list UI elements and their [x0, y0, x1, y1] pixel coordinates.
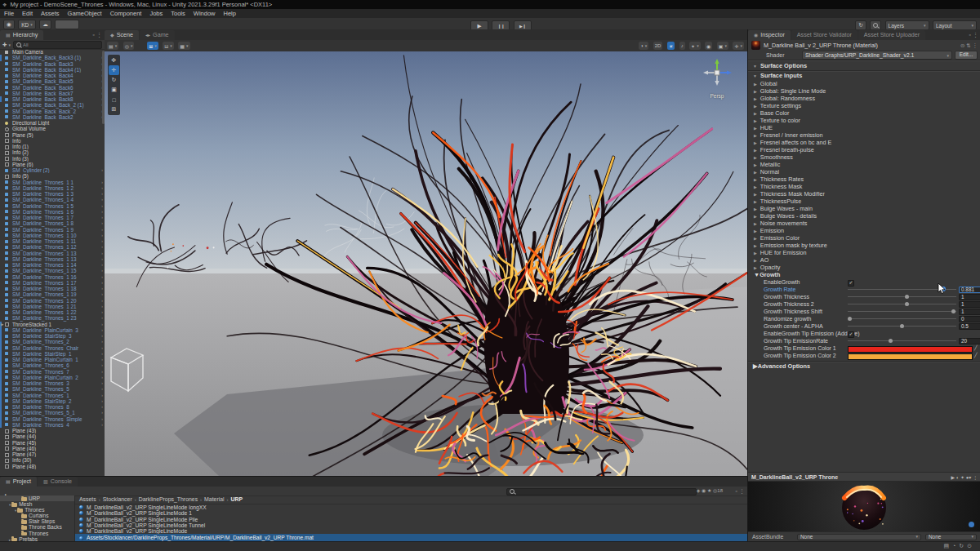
hierarchy-item-plane-5[interactable]: Plane (5) — [0, 132, 105, 138]
growth-rate-value-field[interactable]: 0.881 — [959, 287, 980, 293]
hierarchy-item-sm-darkline-back-back3-1[interactable]: SM_Darkline_Back_Back3 (1)› — [0, 55, 105, 60]
foldout-global-randomness[interactable]: ▶Global: Randomness — [748, 95, 980, 102]
foldout-texture-to-color[interactable]: ▶Texture to color — [748, 117, 980, 124]
menu-file[interactable]: File — [0, 9, 18, 18]
prefab-open-arrow-icon[interactable]: › — [101, 238, 103, 244]
assetbundle-dropdown[interactable]: None — [797, 534, 921, 540]
hierarchy-item-plane-47[interactable]: Plane (47) — [0, 451, 105, 457]
hierarchy-item-plane-44[interactable]: Plane (44) — [0, 433, 105, 439]
tab-hierarchy[interactable]: Hierarchy — [0, 30, 43, 40]
account-button[interactable] — [3, 20, 15, 29]
2d-toggle-button[interactable]: 2D — [653, 42, 663, 50]
assetbundle-variant-dropdown[interactable]: None — [925, 534, 977, 540]
prefab-open-arrow-icon[interactable]: › — [101, 209, 103, 215]
prefab-open-arrow-icon[interactable]: › — [101, 215, 103, 220]
prefab-open-arrow-icon[interactable]: › — [101, 167, 103, 173]
hierarchy-item-sm-darkline-back-back4[interactable]: SM_Darkline_Back_Back4› — [0, 73, 105, 78]
gizmos-button[interactable] — [733, 42, 744, 50]
hierarchy-item-info-2[interactable]: Info (2) — [0, 149, 105, 155]
hierarchy-item-sm-darkline-thrones-1-7[interactable]: SM_Darkline_Thrones_1 7› — [0, 215, 105, 220]
growth-tip-emissionrate-value-field[interactable]: 20 — [959, 338, 980, 344]
material-header-icons[interactable] — [960, 42, 978, 49]
prefab-open-arrow-icon[interactable]: › — [101, 386, 103, 392]
hierarchy-item-sm-darkline-thrones-5-1[interactable]: SM_Darkline_Thrones_5_1› — [0, 410, 105, 415]
hierarchy-item-sm-darkline-thrones-1-12[interactable]: SM_Darkline_Thrones_1 12› — [0, 244, 105, 250]
prefab-open-arrow-icon[interactable]: › — [101, 203, 103, 209]
menu-component[interactable]: Component — [106, 9, 146, 18]
eyedropper-icon[interactable]: ╱ — [974, 344, 978, 352]
create-object-button[interactable] — [2, 42, 11, 48]
slider-handle[interactable] — [905, 295, 909, 299]
prefab-open-arrow-icon[interactable]: › — [101, 268, 103, 273]
growth-thickness-2-slider[interactable] — [848, 304, 956, 304]
effects-toggle-button[interactable] — [689, 42, 701, 50]
shader-edit-button[interactable]: Edit... — [955, 51, 978, 60]
prefab-open-arrow-icon[interactable]: › — [101, 262, 103, 268]
cloud-button[interactable] — [39, 20, 51, 29]
prefab-open-arrow-icon[interactable]: › — [101, 298, 103, 304]
tab-asset-store-uploader[interactable]: Asset Store Uploader — [858, 30, 925, 40]
hierarchy-item-sm-darkline-stairstep-2[interactable]: SM_Darkline_StairStep_2› — [0, 398, 105, 404]
prefab-open-arrow-icon[interactable]: › — [101, 315, 103, 321]
audio-toggle-button[interactable] — [679, 42, 685, 50]
hierarchy-item-plane-45[interactable]: Plane (45) — [0, 440, 105, 446]
foldout-texture-settings[interactable]: ▶Texture settings — [748, 102, 980, 109]
prefab-open-arrow-icon[interactable]: › — [101, 309, 103, 315]
slider-handle[interactable] — [889, 339, 893, 343]
folder-urp[interactable]: URP — [0, 495, 74, 501]
menu-assets[interactable]: Assets — [37, 9, 64, 18]
prefab-open-arrow-icon[interactable]: › — [101, 244, 103, 250]
prefab-open-arrow-icon[interactable]: › — [101, 191, 103, 197]
hierarchy-item-sm-darkline-thrones-1-1[interactable]: SM_Darkline_Thrones_1 1› — [0, 180, 105, 185]
foldout-bulge-waves-main[interactable]: ▶Bulge Waves - main — [748, 205, 980, 212]
hand-tool-button[interactable] — [109, 56, 119, 65]
breadcrumb-darklineprops-thrones[interactable]: DarklineProps_Thrones — [139, 496, 198, 502]
folder-thrones[interactable]: ▾Thrones — [0, 507, 74, 513]
hierarchy-item-sm-darkline-thrones-7[interactable]: SM_Darkline_Thrones_7› — [0, 369, 105, 375]
menu-window[interactable]: Window — [189, 9, 220, 18]
prefab-open-arrow-icon[interactable]: › — [101, 351, 103, 357]
hierarchy-item-sm-cylinder-2[interactable]: SM_Cylinder (2)› — [0, 167, 105, 173]
hierarchy-item-sm-darkline-thrones-1-16[interactable]: SM_Darkline_Thrones_1 16› — [0, 274, 105, 280]
hierarchy-item-sm-darkline-thrones-5[interactable]: SM_Darkline_Thrones_5› — [0, 386, 105, 392]
surface-options-foldout[interactable]: Surface Options — [748, 61, 980, 70]
prefab-open-arrow-icon[interactable]: › — [101, 185, 103, 191]
hierarchy-item-plane-46[interactable]: Plane (46) — [0, 446, 105, 451]
prefab-open-arrow-icon[interactable]: › — [101, 197, 103, 202]
hierarchy-item-sm-darkline-thrones-1-13[interactable]: SM_Darkline_Thrones_1 13› — [0, 256, 105, 262]
eyedropper-icon[interactable]: ╱ — [974, 352, 978, 359]
foldout-smoothness[interactable]: ▶Smoothness — [748, 153, 980, 161]
folder-throne-backs[interactable]: Throne Backs — [0, 524, 74, 530]
hierarchy-item-sm-darkline-thrones-1-2[interactable]: SM_Darkline_Thrones_1 2› — [0, 185, 105, 191]
prefab-open-arrow-icon[interactable]: › — [101, 375, 103, 380]
hierarchy-item-sm-darkline-back-back2[interactable]: SM_Darkline_Back_Back2› — [0, 114, 105, 120]
foldout-base-color[interactable]: ▶Base Color — [748, 109, 980, 117]
hierarchy-item-sm-darkline-thrones-1-18[interactable]: SM_Darkline_Thrones_1 18› — [0, 286, 105, 291]
breadcrumb-material[interactable]: Material — [204, 496, 225, 502]
surface-inputs-foldout[interactable]: Surface Inputs — [748, 72, 980, 80]
foldout-noise-movements[interactable]: ▶Noise movements — [748, 220, 980, 227]
hierarchy-item-sm-darkline-thrones-1-8[interactable]: SM_Darkline_Thrones_1 8› — [0, 220, 105, 226]
hierarchy-panel-menu[interactable] — [93, 32, 102, 38]
prefab-open-arrow-icon[interactable]: › — [101, 233, 103, 238]
hierarchy-item-sm-darkline-thrones-3[interactable]: SM_Darkline_Thrones_3› — [0, 380, 105, 386]
snap-increment-button[interactable] — [163, 42, 174, 50]
prefab-open-arrow-icon[interactable]: › — [101, 398, 103, 404]
prefab-open-arrow-icon[interactable]: › — [101, 327, 103, 333]
inspector-panel-menu[interactable] — [969, 32, 978, 38]
hierarchy-item-sm-darkline-thrones-1-21[interactable]: SM_Darkline_Thrones_1 21› — [0, 304, 105, 309]
hierarchy-item-sm-darkline-stairstep-3[interactable]: SM_Darkline_StairStep_3› — [0, 333, 105, 339]
growth-tip-emissionrate-slider[interactable] — [848, 340, 956, 341]
growth-foldout[interactable]: Growth — [748, 271, 980, 278]
hierarchy-item-info-3[interactable]: Info (3) — [0, 156, 105, 162]
prefab-open-arrow-icon[interactable]: › — [101, 345, 103, 351]
hierarchy-item-sm-darkline-plaincurtain-3[interactable]: SM_Darkline_PlainCurtain_3› — [0, 327, 105, 333]
prefab-open-arrow-icon[interactable]: › — [101, 339, 103, 344]
hierarchy-item-sm-darkline-thrones-1-22[interactable]: SM_Darkline_Thrones_1 22› — [0, 309, 105, 315]
shading-mode-button[interactable] — [639, 42, 648, 50]
foldout-global-single-line-mode[interactable]: ▶Global: Single Line Mode — [748, 87, 980, 95]
foldout-bulge-waves-details[interactable]: ▶Bulge Waves - details — [748, 212, 980, 220]
menu-help[interactable]: Help — [219, 9, 239, 18]
slider-handle[interactable] — [848, 317, 852, 321]
hierarchy-item-plane-43[interactable]: Plane (43) — [0, 428, 105, 433]
